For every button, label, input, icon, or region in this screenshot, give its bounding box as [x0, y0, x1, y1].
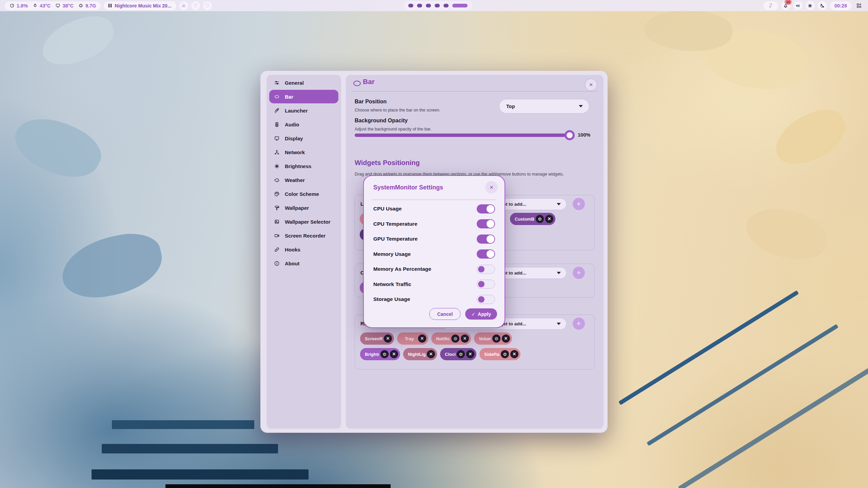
widget-settings-icon[interactable]: ⚙: [501, 350, 509, 358]
toggle-knob: [478, 296, 485, 303]
widget-chip-clock[interactable]: Clock⚙×: [440, 348, 476, 360]
sidebar-item-wallpaper[interactable]: Wallpaper: [269, 201, 338, 215]
railing-line: [678, 361, 868, 488]
toggle-memory-as-percentage[interactable]: [477, 265, 495, 274]
widget-settings-icon[interactable]: ⚙: [536, 215, 544, 223]
widget-remove-icon[interactable]: ×: [461, 334, 469, 343]
toggle-knob: [487, 235, 494, 243]
foliage-shape: [56, 227, 168, 305]
widget-remove-icon[interactable]: ×: [384, 334, 392, 343]
toggle-cpu-usage[interactable]: [477, 204, 495, 214]
foliage-shape: [740, 198, 833, 270]
cloud-icon: [274, 177, 280, 183]
widget-chip-label: Volume: [479, 336, 491, 341]
overview-button[interactable]: [854, 1, 864, 10]
modal-title: SystemMonitor Settings: [373, 184, 443, 191]
apply-button[interactable]: ✓ Apply: [465, 308, 497, 320]
sidebar-item-label: Weather: [285, 177, 305, 183]
tray-pill[interactable]: [763, 1, 778, 10]
toggle-label: Memory As Percentage: [373, 266, 431, 272]
rocket-icon: [274, 108, 280, 114]
widget-remove-icon[interactable]: ×: [545, 215, 553, 223]
sidebar-item-wallpaper-selector[interactable]: Wallpaper Selector: [269, 215, 338, 228]
notifications-button[interactable]: 10: [781, 1, 790, 10]
widget-settings-icon[interactable]: ⚙: [380, 350, 389, 358]
widget-remove-icon[interactable]: ×: [427, 350, 435, 358]
widget-chip-notification[interactable]: Notification...⚙×: [431, 332, 471, 345]
widget-chip-label: SidePanelT...: [484, 352, 499, 357]
sidebar-item-brightness[interactable]: Brightness: [269, 159, 338, 173]
workspace-dot-6[interactable]: [452, 4, 468, 7]
skull-icon: ☠: [181, 3, 186, 9]
skull-button[interactable]: ☠: [179, 1, 188, 10]
add-widget-button[interactable]: +: [573, 267, 585, 279]
workspace-dot-4[interactable]: [435, 4, 440, 7]
system-stats-pill[interactable]: 1.8%43°C38°C9.7G: [5, 1, 101, 10]
widget-remove-icon[interactable]: ×: [502, 334, 510, 343]
volume-button[interactable]: [793, 1, 803, 10]
widget-chip-volume[interactable]: Volume⚙×: [474, 332, 512, 345]
background-opacity-slider[interactable]: [355, 134, 570, 137]
sidebar-item-screen-recorder[interactable]: Screen Recorder: [269, 229, 338, 242]
toggle-row: Memory As Percentage: [373, 262, 495, 277]
sidebar-item-weather[interactable]: Weather: [269, 173, 338, 187]
workspace-dot-5[interactable]: [443, 4, 449, 7]
workspace-dot-3[interactable]: [426, 4, 431, 7]
sidebar-item-hooks[interactable]: Hooks: [269, 243, 338, 256]
widget-remove-icon[interactable]: ×: [510, 350, 518, 358]
sidebar-item-color-scheme[interactable]: Color Scheme: [269, 187, 338, 201]
toggle-cpu-temperature[interactable]: [477, 219, 495, 228]
widget-remove-icon[interactable]: ×: [466, 350, 474, 358]
widget-chip-tray[interactable]: Tray×: [397, 332, 428, 345]
widget-chip-nightlight[interactable]: NightLight×: [403, 348, 437, 360]
toggle-label: Storage Usage: [373, 296, 410, 302]
widget-chip-brightness[interactable]: Brightness⚙×: [360, 348, 400, 360]
clock-pill[interactable]: 00:28: [830, 1, 851, 10]
toggle-network-traffic[interactable]: [477, 280, 495, 289]
widget-remove-icon[interactable]: ×: [418, 334, 426, 343]
background-opacity-description: Adjust the background opacity of the bar…: [355, 127, 432, 131]
workspace-dot-2[interactable]: [417, 4, 422, 7]
close-button[interactable]: ×: [585, 79, 597, 91]
sidebar-item-bar[interactable]: Bar: [269, 90, 338, 103]
widget-chip-custombutt[interactable]: CustomButt...⚙×: [510, 213, 555, 225]
sidebar-item-general[interactable]: General: [269, 76, 338, 89]
toggle-storage-usage[interactable]: [477, 295, 495, 304]
slider-thumb[interactable]: [565, 130, 575, 140]
media-player-pill[interactable]: Nightcore Music Mix 20...: [104, 1, 176, 10]
sidebar-item-network[interactable]: Network: [269, 145, 338, 159]
sidebar-item-launcher[interactable]: Launcher: [269, 104, 338, 117]
widget-settings-icon[interactable]: ⚙: [457, 350, 465, 358]
close-icon[interactable]: ×: [485, 181, 498, 194]
workspace-indicator[interactable]: [403, 1, 472, 10]
widget-chip-screenreco[interactable]: ScreenReco...×: [360, 332, 394, 345]
toggle-gpu-temperature[interactable]: [477, 235, 495, 244]
foliage-shape: [767, 102, 853, 172]
bar-position-dropdown[interactable]: Top: [499, 99, 589, 114]
widget-chip-label: NightLight: [408, 352, 426, 357]
toggle-memory-usage[interactable]: [477, 249, 495, 259]
brightness-button[interactable]: [806, 1, 815, 10]
widget-chip-label: Clock: [445, 352, 455, 357]
widget-settings-icon[interactable]: ⚙: [492, 334, 500, 343]
sidebar-item-about[interactable]: About: [269, 257, 338, 270]
top-bar: 1.8%43°C38°C9.7G Nightcore Music Mix 20.…: [0, 0, 868, 11]
add-widget-button[interactable]: +: [573, 318, 585, 330]
paint-roller-icon: [274, 205, 280, 211]
sidebar-item-audio[interactable]: Audio: [269, 118, 338, 131]
night-light-button[interactable]: [818, 1, 827, 10]
toggle-row: GPU Temperature: [373, 231, 495, 247]
add-widget-button[interactable]: +: [573, 198, 585, 210]
heart-button[interactable]: ♡: [191, 1, 200, 10]
widget-chip-sidepanelt[interactable]: SidePanelT...⚙×: [479, 348, 520, 360]
workspace-dot-1[interactable]: [408, 4, 413, 7]
cancel-button[interactable]: Cancel: [429, 308, 460, 320]
sidebar-item-label: Bar: [285, 94, 293, 100]
widget-chip-label: Tray: [402, 336, 417, 341]
widget-remove-icon[interactable]: ×: [390, 350, 398, 358]
sliders-icon: [274, 80, 280, 86]
image-icon: [274, 219, 280, 225]
sidebar-item-display[interactable]: Display: [269, 131, 338, 145]
heart-button[interactable]: ♡: [203, 1, 212, 10]
widget-settings-icon[interactable]: ⚙: [451, 334, 459, 343]
